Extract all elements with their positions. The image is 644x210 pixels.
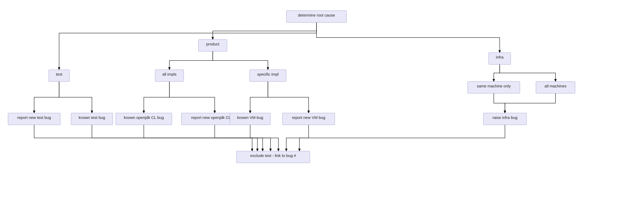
node-known_vm_bug: known VM bug [230,113,271,125]
node-root: determine root cause [286,10,347,23]
node-raise_infra_bug: raise infra bug [483,113,527,125]
connections-svg [0,0,644,210]
node-infra: infra [489,52,511,65]
node-all_machines: all machines [536,81,575,93]
node-specific_impl: specific impl [250,70,286,82]
node-known_test_bug: known test bug [71,113,113,125]
node-report_new_vm_bug: report new VM bug [282,113,335,125]
diagram-container: determine root causeproductinfratestall … [0,0,644,210]
node-known_openjdk_cl_bug: known openjdk CL bug [116,113,172,125]
node-test: test [49,70,70,82]
node-all_impls: all impls [155,70,184,82]
node-report_new_test_bug: report new test bug [8,113,60,125]
node-exclude_test: exclude test - link to bug # [236,151,310,163]
node-same_machine: same machine only [468,81,520,93]
node-product: product [198,39,227,51]
